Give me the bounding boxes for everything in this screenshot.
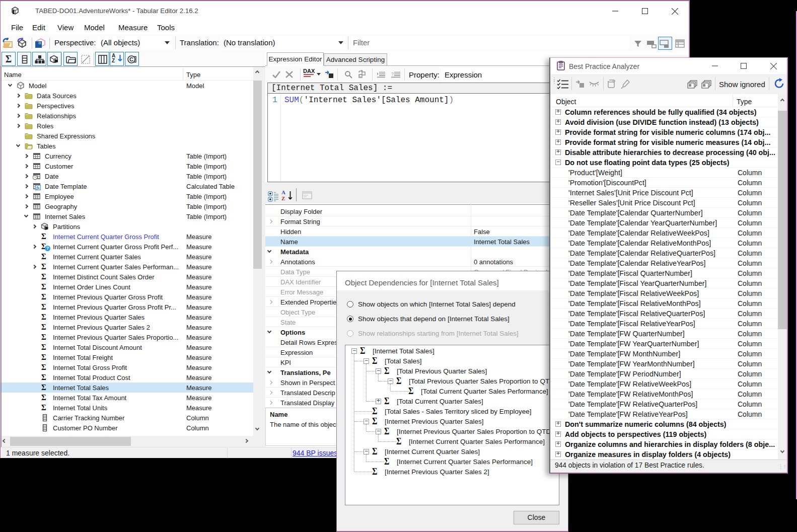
svg-text:?: ? [391,71,394,77]
svg-text:C: C [359,74,361,78]
svg-text:C: C [129,56,133,62]
svg-text:fx: fx [36,186,40,190]
